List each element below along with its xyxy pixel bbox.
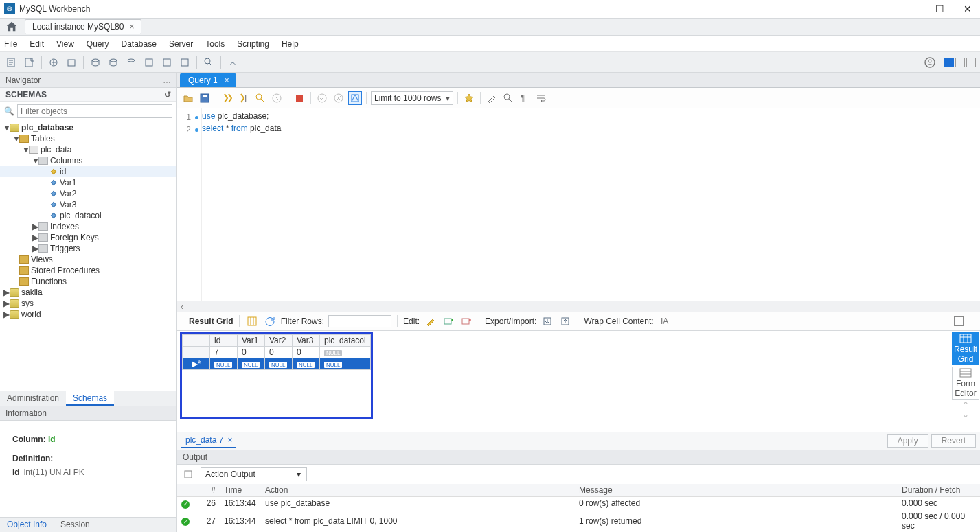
tb-icon-6[interactable]	[106, 55, 121, 70]
tb-icon-7[interactable]	[124, 55, 139, 70]
tb-icon-12[interactable]	[225, 55, 240, 70]
word-wrap-icon[interactable]	[534, 91, 548, 105]
stored-procedures-node[interactable]: ▶Stored Procedures	[0, 265, 176, 276]
tab-session[interactable]: Session	[54, 518, 97, 532]
grid-cell[interactable]: NULL	[265, 358, 293, 370]
export-icon[interactable]	[540, 314, 554, 328]
grid-cell[interactable]: NULL	[293, 358, 320, 370]
display-thumb-icon[interactable]	[954, 316, 964, 326]
filter-objects-input[interactable]	[17, 104, 172, 118]
grid-columns-icon[interactable]	[245, 314, 259, 328]
new-sql-icon[interactable]	[4, 55, 19, 70]
menu-edit[interactable]: Edit	[30, 39, 44, 49]
grid-header[interactable]: Var2	[265, 335, 293, 347]
wrap-cell-icon[interactable]: IA	[658, 314, 672, 328]
indexes-node[interactable]: ▶Indexes	[0, 221, 176, 232]
commit-icon[interactable]	[315, 91, 329, 105]
views-node[interactable]: ▶Views	[0, 254, 176, 265]
grid-cell[interactable]: 7	[210, 347, 238, 358]
grid-cell[interactable]: NULL	[210, 358, 238, 370]
navigator-collapse-icon[interactable]: …	[163, 76, 171, 85]
tab-form-editor[interactable]: Form Editor	[952, 367, 979, 400]
schema-sakila[interactable]: ▶sakila	[0, 287, 176, 298]
execute-icon[interactable]	[220, 91, 234, 105]
add-row-icon[interactable]	[442, 314, 455, 328]
close-query-tab-icon[interactable]: ×	[225, 76, 229, 85]
schema-sys[interactable]: ▶sys	[0, 298, 176, 309]
maximize-button[interactable]: ☐	[935, 3, 944, 14]
apply-button[interactable]: Apply	[887, 434, 928, 448]
output-row[interactable]: ✓2716:13:44select * from plc_data LIMIT …	[177, 510, 980, 532]
tb-icon-4[interactable]	[64, 55, 79, 70]
menu-server[interactable]: Server	[169, 39, 193, 49]
invisible-chars-icon[interactable]: ¶	[518, 91, 532, 105]
panel-toggle-left[interactable]	[944, 58, 954, 67]
tables-node[interactable]: ▼Tables	[0, 133, 176, 144]
find-icon[interactable]	[501, 91, 515, 105]
menu-tools[interactable]: Tools	[205, 39, 225, 49]
grid-cell[interactable]: NULL	[238, 358, 265, 370]
tab-object-info[interactable]: Object Info	[0, 518, 54, 532]
tb-icon-11[interactable]	[201, 55, 216, 70]
grid-cell[interactable]: 0	[238, 347, 265, 358]
grid-header[interactable]: Var1	[238, 335, 265, 347]
menu-view[interactable]: View	[56, 39, 74, 49]
panel-toggle-right[interactable]	[966, 58, 976, 67]
menu-query[interactable]: Query	[87, 39, 109, 49]
grid-rowhead[interactable]: ▶*	[183, 358, 210, 370]
tb-icon-9[interactable]	[159, 55, 174, 70]
tab-administration[interactable]: Administration	[0, 391, 66, 406]
grid-cell[interactable]: 0	[293, 347, 320, 358]
query-tab-1[interactable]: Query 1 ×	[180, 73, 236, 87]
menu-database[interactable]: Database	[122, 39, 157, 49]
grid-cell[interactable]: NULL	[320, 347, 371, 358]
sql-editor[interactable]: 1 2 use plc_database; select * from plc_…	[177, 108, 980, 301]
column-var1[interactable]: Var1	[0, 177, 176, 188]
rollback-icon[interactable]	[332, 91, 345, 105]
grid-rowhead[interactable]	[183, 347, 210, 358]
revert-button[interactable]: Revert	[931, 434, 976, 448]
explain-icon[interactable]	[253, 91, 267, 105]
horizontal-scrollbar[interactable]: ‹	[177, 301, 980, 312]
tb-icon-3[interactable]	[46, 55, 61, 70]
panel-toggle-mid[interactable]	[955, 58, 965, 67]
grid-cell[interactable]: 0	[265, 347, 293, 358]
favorite-icon[interactable]	[462, 91, 476, 105]
beautify-icon[interactable]	[485, 91, 499, 105]
grid-header[interactable]: Var3	[293, 335, 320, 347]
tb-icon-5[interactable]	[88, 55, 103, 70]
autocommit-icon[interactable]	[348, 91, 362, 105]
import-icon[interactable]	[558, 314, 572, 328]
side-tabs-scroll[interactable]: ⌃⌄	[962, 400, 969, 420]
grid-cell[interactable]: NULL	[320, 358, 371, 370]
foreign-keys-node[interactable]: ▶Foreign Keys	[0, 232, 176, 243]
close-button[interactable]: ✕	[964, 3, 972, 14]
column-id[interactable]: id	[0, 166, 176, 177]
grid-header[interactable]: plc_datacol	[320, 335, 371, 347]
delete-row-icon[interactable]	[459, 314, 473, 328]
stop-on-error-icon[interactable]	[293, 91, 306, 105]
functions-node[interactable]: ▶Functions	[0, 276, 176, 287]
schema-plc-database[interactable]: ▼plc_database	[0, 122, 176, 133]
display-list-icon[interactable]	[966, 316, 976, 326]
menu-scripting[interactable]: Scripting	[237, 39, 269, 49]
tab-result-grid[interactable]: Result Grid	[952, 332, 979, 365]
output-row[interactable]: ✓2616:13:44use plc_database0 row(s) affe…	[177, 496, 980, 510]
tb-icon-8[interactable]	[141, 55, 157, 70]
connection-tab[interactable]: Local instance MySQL80 ×	[25, 19, 141, 34]
columns-node[interactable]: ▼Columns	[0, 155, 176, 166]
tb-icon-10[interactable]	[177, 55, 192, 70]
result-set-tab[interactable]: plc_data 7 ×	[181, 433, 236, 448]
schema-world[interactable]: ▶world	[0, 309, 176, 320]
close-result-tab-icon[interactable]: ×	[227, 435, 232, 445]
close-tab-icon[interactable]: ×	[129, 22, 134, 32]
user-icon[interactable]	[922, 55, 937, 70]
execute-current-icon[interactable]: I	[237, 91, 251, 105]
output-clear-icon[interactable]	[181, 467, 195, 481]
menu-help[interactable]: Help	[282, 39, 299, 49]
result-grid[interactable]: idVar1Var2Var3plc_datacol7000NULL▶*NULLN…	[180, 332, 373, 419]
column-var3[interactable]: Var3	[0, 199, 176, 210]
new-file-icon[interactable]	[22, 55, 37, 70]
save-icon[interactable]	[198, 91, 212, 105]
schema-tree[interactable]: ▼plc_database ▼Tables ▼plc_data ▼Columns…	[0, 121, 176, 391]
